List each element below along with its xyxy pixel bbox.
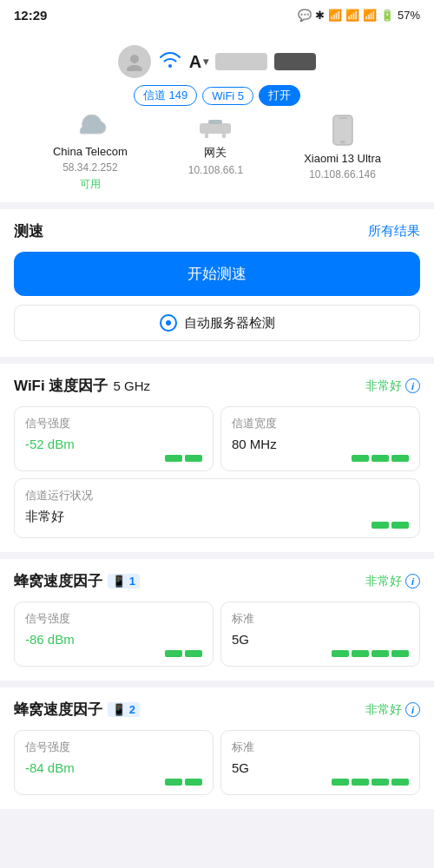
channel-badge[interactable]: 信道 149 bbox=[134, 85, 197, 106]
c1sbar-2 bbox=[352, 650, 369, 657]
telecom-status: 可用 bbox=[80, 177, 101, 192]
start-speed-test-button[interactable]: 开始测速 bbox=[14, 252, 420, 296]
speed-test-header: 测速 所有结果 bbox=[14, 221, 420, 241]
wifi-factor-title: WiFi 速度因子 5 GHz bbox=[14, 376, 150, 396]
c1sbar-3 bbox=[372, 650, 389, 657]
c1bar-1 bbox=[165, 650, 182, 657]
svg-rect-8 bbox=[340, 141, 345, 143]
wifi-signal-indicator bbox=[25, 455, 202, 462]
wifi-chanstatus-label: 信道运行状况 bbox=[25, 488, 409, 503]
status-bar: 12:29 💬 ✱ 📶 📶 📶 🔋 57% bbox=[0, 0, 434, 28]
wifi-channel-card: 信道宽度 80 MHz bbox=[220, 406, 420, 471]
cell-factor1-header: 蜂窝速度因子 📱 1 非常好 i bbox=[14, 571, 420, 591]
svg-rect-4 bbox=[205, 134, 208, 138]
target-icon bbox=[160, 314, 177, 332]
c2bar-1 bbox=[165, 779, 182, 786]
svg-point-1 bbox=[127, 65, 142, 71]
speed-test-title: 测速 bbox=[14, 221, 43, 241]
wifi-icon bbox=[158, 49, 182, 74]
avatar bbox=[118, 45, 151, 78]
sim1-icon: 📱 1 bbox=[108, 574, 140, 589]
cell-factor2-header: 蜂窝速度因子 📱 2 非常好 i bbox=[14, 700, 420, 720]
svg-rect-6 bbox=[333, 115, 352, 145]
cell-factor2-title: 蜂窝速度因子 📱 2 bbox=[14, 700, 140, 720]
gateway-icon bbox=[196, 115, 234, 141]
wifi-chanstatus-value: 非常好 bbox=[25, 509, 64, 525]
cbar-2 bbox=[372, 455, 389, 462]
gateway-ip: 10.108.66.1 bbox=[188, 164, 243, 176]
wifi-factor-section: WiFi 速度因子 5 GHz 非常好 i 信号强度 -52 dBm 信道宽度 … bbox=[0, 364, 434, 552]
cell2-signal-indicator bbox=[25, 779, 202, 786]
auto-detect-button[interactable]: 自动服务器检测 bbox=[14, 305, 420, 341]
svg-rect-5 bbox=[222, 134, 226, 138]
node-xiaomi: Xiaomi 13 Ultra 10.108.66.146 bbox=[304, 115, 381, 192]
c2bar-2 bbox=[185, 779, 202, 786]
cbar-1 bbox=[352, 455, 369, 462]
cloud-icon bbox=[74, 115, 107, 141]
cell-factor2-section: 蜂窝速度因子 📱 2 非常好 i 信号强度 -84 dBm 标准 5G bbox=[0, 687, 434, 809]
c2sbar-2 bbox=[352, 779, 369, 786]
cell2-metrics-grid: 信号强度 -84 dBm 标准 5G bbox=[14, 730, 420, 795]
network-icons-row: A ▾ bbox=[118, 45, 316, 78]
telecom-ip: 58.34.2.252 bbox=[62, 161, 117, 174]
node-gateway: 网关 10.108.66.1 bbox=[188, 115, 243, 192]
divider-4 bbox=[0, 681, 434, 687]
cell1-signal-value: -86 dBm bbox=[25, 632, 202, 647]
wifi-factor-header: WiFi 速度因子 5 GHz 非常好 i bbox=[14, 376, 420, 396]
device-block bbox=[274, 53, 316, 70]
cell1-standard-indicator bbox=[232, 650, 409, 657]
c2sbar-3 bbox=[372, 779, 389, 786]
cell1-standard-card: 标准 5G bbox=[220, 602, 420, 667]
wifi-version-badge[interactable]: WiFi 5 bbox=[202, 87, 253, 105]
wifi-info-icon[interactable]: i bbox=[405, 378, 420, 393]
message-icon: 💬 bbox=[298, 9, 312, 22]
open-badge[interactable]: 打开 bbox=[259, 85, 300, 106]
phone-icon bbox=[332, 115, 354, 148]
xiaomi-ip: 10.108.66.146 bbox=[309, 168, 376, 181]
divider-2 bbox=[0, 357, 434, 364]
status-icons: 💬 ✱ 📶 📶 📶 🔋 57% bbox=[298, 9, 420, 22]
telecom-name: China Telecom bbox=[53, 145, 128, 158]
c1sbar-4 bbox=[391, 650, 409, 657]
cell2-signal-value: -84 dBm bbox=[25, 760, 202, 775]
arrow-down-icon: ▾ bbox=[203, 56, 208, 68]
wifi-channel-indicator bbox=[232, 455, 409, 462]
cell1-metrics-grid: 信号强度 -86 dBm 标准 5G bbox=[14, 602, 420, 667]
cell2-standard-card: 标准 5G bbox=[220, 730, 420, 795]
cell-factor1-section: 蜂窝速度因子 📱 1 非常好 i 信号强度 -86 dBm 标准 5G bbox=[0, 559, 434, 681]
cell1-info-icon[interactable]: i bbox=[405, 574, 420, 589]
network-header: A ▾ 信道 149 WiFi 5 打开 China Telecom 58.34… bbox=[14, 38, 420, 202]
divider-3 bbox=[0, 552, 434, 559]
badges-row: 信道 149 WiFi 5 打开 bbox=[134, 85, 300, 106]
cell1-standard-value: 5G bbox=[232, 632, 409, 647]
c2sbar-4 bbox=[391, 779, 409, 786]
network-header-section: A ▾ 信道 149 WiFi 5 打开 China Telecom 58.34… bbox=[0, 28, 434, 202]
c1sbar-1 bbox=[332, 650, 349, 657]
cell1-signal-label: 信号强度 bbox=[25, 611, 202, 627]
wifi-channel-value: 80 MHz bbox=[232, 437, 409, 451]
c1bar-2 bbox=[185, 650, 202, 657]
svg-point-0 bbox=[130, 55, 139, 63]
cell1-signal-indicator bbox=[25, 650, 202, 657]
cell2-signal-card: 信号强度 -84 dBm bbox=[14, 730, 214, 795]
cell1-standard-label: 标准 bbox=[232, 611, 409, 627]
cell-factor2-status: 非常好 i bbox=[365, 702, 420, 718]
svg-rect-3 bbox=[208, 120, 222, 124]
bar-1 bbox=[165, 455, 182, 462]
wifi-signal-label: 信号强度 bbox=[25, 416, 202, 431]
cell2-standard-value: 5G bbox=[232, 760, 409, 775]
all-results-link[interactable]: 所有结果 bbox=[368, 223, 420, 240]
sim2-icon: 📱 2 bbox=[108, 702, 140, 717]
svg-rect-2 bbox=[200, 123, 231, 134]
signal-icon2: 📶 bbox=[345, 9, 359, 22]
wifi-metrics-grid: 信号强度 -52 dBm 信道宽度 80 MHz 信道运行状况 非常好 bbox=[14, 406, 420, 538]
wifi-factor-status: 非常好 i bbox=[365, 378, 420, 394]
cell2-standard-label: 标准 bbox=[232, 740, 409, 755]
ssid-block bbox=[215, 53, 267, 70]
wifi-signal-value: -52 dBm bbox=[25, 437, 202, 451]
cell2-standard-indicator bbox=[232, 779, 409, 786]
cell2-info-icon[interactable]: i bbox=[405, 702, 420, 717]
node-telecom: China Telecom 58.34.2.252 可用 bbox=[53, 115, 128, 192]
wifi-signal-card: 信号强度 -52 dBm bbox=[14, 406, 214, 471]
wifi-factor-freq: 5 GHz bbox=[113, 378, 150, 393]
